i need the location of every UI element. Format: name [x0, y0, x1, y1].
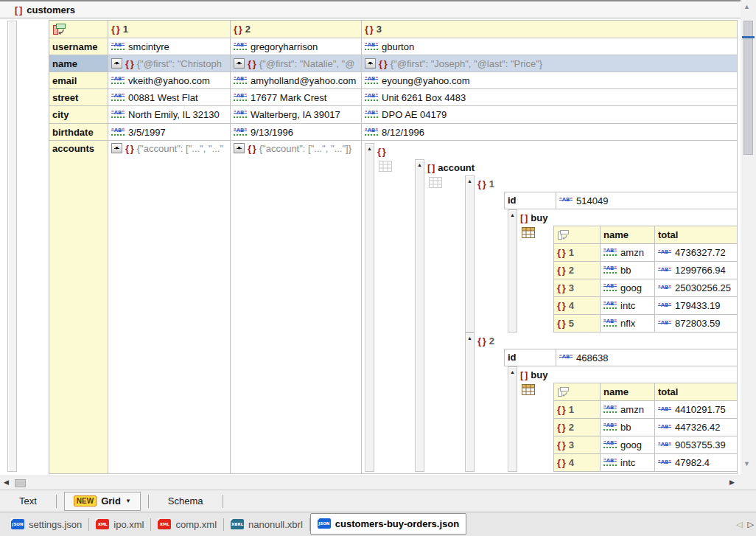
buy-total-cell[interactable]: AB447326.42	[655, 419, 738, 436]
buy-row-label[interactable]: { }2	[554, 419, 601, 436]
buy-row-label[interactable]: { }1	[554, 401, 601, 419]
cell-city-2[interactable]: ABWalterberg, IA 39017	[231, 106, 362, 124]
scroll-down-button[interactable]: ▼	[743, 460, 750, 467]
row-label-street[interactable]: street	[49, 89, 108, 106]
expand-dropdown-button[interactable]: ▼	[365, 58, 376, 69]
buy-total-cell[interactable]: AB179433.19	[655, 297, 738, 315]
buy-total-cell[interactable]: AB4410291.75	[655, 401, 738, 419]
cell-accounts-3-expanded[interactable]: ▲ { } ▲ [ ]account	[362, 141, 738, 474]
id-value[interactable]: AB514049	[556, 192, 737, 209]
chevron-down-icon[interactable]: ▼	[125, 498, 131, 504]
cell-email-2[interactable]: ABamyholland@yahoo.com	[231, 72, 362, 89]
cell-street-1[interactable]: AB00881 West Flat	[108, 89, 231, 106]
transpose-header-cell[interactable]	[554, 383, 601, 401]
cell-birthdate-3[interactable]: AB8/12/1996	[362, 124, 738, 141]
cell-username-3[interactable]: ABgburton	[362, 38, 738, 55]
cell-username-1[interactable]: ABsmcintyre	[108, 38, 231, 55]
transpose-table-icon[interactable]	[557, 386, 570, 397]
collapse-bar[interactable]: ▲	[508, 209, 517, 333]
cell-accounts-1[interactable]: ▼{ }{"account": ["...", "..."	[108, 141, 231, 474]
file-tab-customers-buy-orders-json[interactable]: JSON customers-buy-orders.json	[310, 513, 466, 535]
transpose-header-cell[interactable]	[554, 226, 601, 244]
cell-accounts-2[interactable]: ▼{ }{"account": ["...", "..."]}	[231, 141, 362, 474]
row-label-name[interactable]: name	[49, 55, 108, 72]
buy-total-cell[interactable]: AB4736327.72	[655, 244, 738, 262]
transpose-table-icon[interactable]	[52, 23, 67, 35]
buy-col-name[interactable]: name	[601, 226, 655, 244]
cell-name-2[interactable]: ▼{ }{"@first": "Natalie", "@	[231, 55, 362, 72]
buy-name-cell[interactable]: ABbb	[601, 262, 655, 279]
file-tab-nanonull-xbrl[interactable]: XBRL nanonull.xbrl	[224, 515, 309, 534]
cell-street-3[interactable]: ABUnit 6261 Box 4483	[362, 89, 738, 106]
buy-row-label[interactable]: { }4	[554, 454, 601, 472]
row-label-accounts[interactable]: accounts	[49, 141, 108, 474]
collapse-bar[interactable]: ▲	[465, 175, 475, 333]
tab-schema[interactable]: Schema	[149, 495, 223, 507]
collapse-bar[interactable]: ▲	[465, 333, 475, 472]
expand-dropdown-button[interactable]: ▼	[234, 58, 245, 69]
buy-name-cell[interactable]: ABintc	[601, 297, 655, 315]
column-header-2[interactable]: { }2	[231, 21, 362, 38]
scroll-up-button[interactable]: ▲	[743, 3, 750, 10]
file-tab-comp-xml[interactable]: XML comp.xml	[151, 515, 223, 534]
cell-birthdate-2[interactable]: AB9/13/1996	[231, 124, 362, 141]
buy-row-label[interactable]: { }3	[554, 436, 601, 454]
cell-email-1[interactable]: ABvkeith@yahoo.com	[108, 72, 231, 89]
collapse-bar[interactable]: ▲	[508, 366, 517, 472]
cell-birthdate-1[interactable]: AB3/5/1997	[108, 124, 231, 141]
cell-city-1[interactable]: ABNorth Emily, IL 32130	[108, 106, 231, 124]
column-header-3[interactable]: { }3	[362, 21, 738, 38]
scroll-right-button[interactable]: ▶	[729, 478, 735, 486]
buy-name-cell[interactable]: ABamzn	[601, 401, 655, 419]
horizontal-scrollbar[interactable]: ◀ ▶	[0, 476, 741, 490]
row-label-email[interactable]: email	[49, 72, 108, 89]
buy-name-cell[interactable]: ABgoog	[601, 279, 655, 297]
buy-col-name[interactable]: name	[601, 383, 655, 401]
row-label-birthdate[interactable]: birthdate	[49, 124, 108, 141]
buy-name-cell[interactable]: ABnflx	[601, 315, 655, 333]
id-key[interactable]: id	[505, 192, 556, 209]
horizontal-scrollbar-thumb[interactable]	[15, 479, 26, 487]
transpose-header-cell[interactable]	[49, 21, 108, 38]
table-view-icon[interactable]	[379, 161, 392, 172]
cell-email-3[interactable]: ABeyoung@yahoo.com	[362, 72, 738, 89]
tab-text[interactable]: Text	[0, 495, 56, 507]
expand-dropdown-button[interactable]: ▼	[234, 143, 245, 153]
buy-total-cell[interactable]: AB872803.59	[655, 315, 738, 333]
buy-row-label[interactable]: { }1	[554, 244, 601, 262]
tab-grid[interactable]: NEW Grid ▼	[64, 492, 141, 511]
root-collapse-bar[interactable]	[7, 21, 17, 472]
row-label-city[interactable]: city	[49, 106, 108, 124]
tab-prev-button[interactable]: ◁	[736, 520, 742, 529]
expand-dropdown-button[interactable]: ▼	[111, 58, 122, 69]
vertical-scrollbar[interactable]: ▲ ▼	[741, 0, 756, 490]
buy-row-label[interactable]: { }5	[554, 315, 601, 333]
buy-name-cell[interactable]: ABgoog	[601, 436, 655, 454]
buy-row-label[interactable]: { }2	[554, 262, 601, 279]
cell-name-3[interactable]: ▼{ }{"@first": "Joseph", "@last": "Price…	[362, 55, 738, 72]
id-value[interactable]: AB468638	[556, 349, 737, 366]
buy-row-label[interactable]: { }4	[554, 297, 601, 315]
buy-row-label[interactable]: { }3	[554, 279, 601, 297]
collapse-bar[interactable]: ▲	[365, 143, 374, 472]
cell-username-2[interactable]: ABgregoryharrison	[231, 38, 362, 55]
buy-total-cell[interactable]: AB1299766.94	[655, 262, 738, 279]
table-display-icon[interactable]	[522, 384, 535, 395]
row-label-username[interactable]: username	[49, 38, 108, 55]
transpose-table-icon[interactable]	[557, 229, 570, 240]
cell-name-1[interactable]: ▼{ }{"@first": "Christoph	[108, 55, 231, 72]
buy-total-cell[interactable]: AB25030256.25	[655, 279, 738, 297]
column-header-1[interactable]: { }1	[108, 21, 231, 38]
cell-street-2[interactable]: AB17677 Mark Crest	[231, 89, 362, 106]
buy-total-cell[interactable]: AB9053755.39	[655, 436, 738, 454]
vertical-scrollbar-thumb[interactable]	[743, 21, 753, 155]
expand-dropdown-button[interactable]: ▼	[111, 143, 122, 153]
id-key[interactable]: id	[505, 349, 556, 366]
table-display-icon[interactable]	[522, 227, 535, 238]
buy-name-cell[interactable]: ABbb	[601, 419, 655, 436]
buy-total-cell[interactable]: AB47982.4	[655, 454, 738, 472]
collapse-bar[interactable]: ▲	[415, 159, 424, 472]
buy-name-cell[interactable]: ABintc	[601, 454, 655, 472]
file-tab-settings-json[interactable]: JSON settings.json	[4, 515, 88, 534]
tab-next-button[interactable]: ▷	[748, 520, 754, 529]
